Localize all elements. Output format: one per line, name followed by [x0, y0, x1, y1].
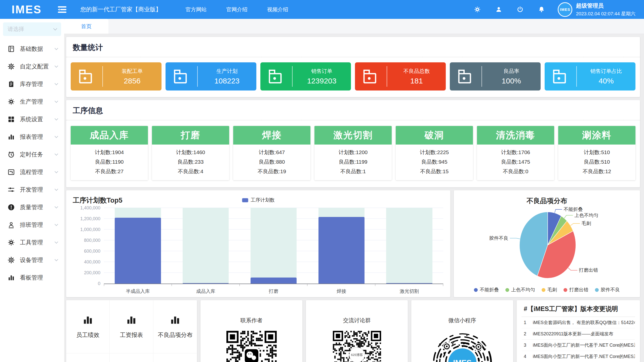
nav-site-intro[interactable]: 官网介绍: [226, 6, 248, 13]
sidebar-item-board[interactable]: 看板管理: [0, 269, 64, 286]
y-axis-label: 1,000,000: [80, 227, 100, 232]
folder-icon: [450, 67, 481, 86]
user-role: 超级管理员: [576, 2, 635, 10]
flow-icon: [8, 168, 15, 176]
chevron-down-icon: [55, 258, 58, 261]
stat-card-sales-order-ratio[interactable]: 销售订单占比 40%: [545, 62, 635, 90]
sidebar-item-equipment[interactable]: 设备管理: [0, 251, 64, 269]
x-axis-label: 激光切割: [375, 288, 443, 295]
y-axis-label: 600,000: [84, 249, 100, 254]
bell-icon[interactable]: [538, 6, 545, 13]
process-plan: 计划数:1706: [477, 148, 554, 157]
bar-2: [251, 278, 297, 284]
sidebar-item-inventory[interactable]: 库存管理: [0, 75, 64, 93]
pie-legend: 不能折叠 上色不均匀 毛刺 打磨出错 胶件不良: [454, 287, 640, 293]
process-plan: 计划数:2225: [396, 148, 473, 157]
y-axis-label: 1,400,000: [80, 205, 100, 211]
chevron-down-icon: [55, 205, 58, 208]
process-plan: 计划数:1200: [314, 148, 392, 157]
sidebar-item-flow[interactable]: 流程管理: [0, 163, 64, 181]
report-tile-salary-report[interactable]: 工资报表: [110, 300, 153, 353]
stat-card-assembly-order[interactable]: 装配工单 2856: [71, 62, 162, 90]
sidebar-item-production[interactable]: 生产管理: [0, 93, 64, 110]
chevron-down-icon: [55, 222, 58, 226]
sidebar-item-quality[interactable]: 质量管理: [0, 198, 64, 216]
version-panel: #【iMES工厂管家】版本变更说明 1 iMES全套源码出售， 有意的联系QQ/…: [517, 300, 640, 362]
pie-legend-item-2[interactable]: 毛刺: [542, 287, 557, 293]
sidebar-item-base-data[interactable]: 基础数据: [0, 40, 64, 58]
power-icon[interactable]: [517, 6, 524, 13]
stat-card-yield-rate[interactable]: 良品率 100%: [450, 62, 541, 90]
alert-circle-icon: [8, 204, 15, 211]
bar-chart-icon: [170, 314, 181, 327]
pie-label: 上色不均匀: [574, 213, 598, 218]
process-card-4: 破洞 计划数:2225 良品数:945 不良品数:15: [396, 126, 473, 180]
pie-legend-item-4[interactable]: 胶件不良: [595, 287, 620, 293]
sidebar-item-tool[interactable]: 工具管理: [0, 234, 64, 251]
sidebar-item-report[interactable]: 报表管理: [0, 128, 64, 146]
process-name: 成品入库: [71, 126, 148, 145]
folder-icon: [355, 67, 387, 86]
pie-chart: 不能折叠上色不均匀毛刺打磨出错胶件不良: [454, 190, 640, 297]
nav-official-site[interactable]: 官方网站: [186, 6, 207, 13]
process-good: 良品数:1199: [314, 157, 392, 167]
header-right: IMES 超级管理员 2023.02.04 02:07:44 星期六: [467, 2, 635, 17]
report-tile-employee-performance[interactable]: 员工绩效: [66, 300, 110, 353]
qr-group-title: 交流讨论群: [306, 317, 408, 324]
bar-chart-icon: [126, 314, 137, 327]
hover-band: [386, 208, 432, 284]
sidebar-item-dev[interactable]: 开发管理: [0, 181, 64, 198]
process-good: 良品数:880: [233, 157, 310, 167]
stat-card-defect-total[interactable]: 不良品总数 181: [355, 62, 446, 90]
pie-legend-item-3[interactable]: 打磨出错: [564, 287, 588, 293]
sidebar-select[interactable]: 请选择: [3, 22, 61, 36]
pie-label: 打磨出错: [579, 267, 598, 273]
sidebar-item-system[interactable]: 系统设置: [0, 110, 64, 128]
user-icon[interactable]: [495, 6, 502, 13]
qr-card-contact: 联系作者 扫一扫上面的二维码图案，加我为朋友。: [200, 300, 302, 362]
bar-chart-legend[interactable]: 工序计划数: [242, 197, 275, 203]
sidebar-item-timed-task[interactable]: 定时任务: [0, 146, 64, 163]
process-name: 破洞: [396, 126, 473, 145]
sidebar-item-custom-config[interactable]: 自定义配置: [0, 58, 64, 75]
stat-card-production-plan[interactable]: 生产计划 108223: [166, 62, 256, 90]
report-tile-production-report[interactable]: 生产报表: [110, 353, 153, 362]
folder-icon: [71, 67, 102, 86]
bar-chart-icon: [8, 133, 15, 141]
report-tile-defect-summary[interactable]: 不良品项汇总: [66, 353, 110, 362]
stat-value: 181: [387, 77, 446, 85]
sidebar-item-shift[interactable]: 排班管理: [0, 216, 64, 234]
process-bad: 不良品数:12: [558, 167, 635, 176]
process-card-3: 激光切割 计划数:1200 良品数:1199 不良品数:1: [314, 126, 392, 180]
stat-label: 销售订单占比: [577, 68, 635, 75]
process-plan: 计划数:510: [558, 148, 635, 157]
qr-contact-title: 联系作者: [200, 317, 302, 324]
pie-legend-item-1[interactable]: 上色不均匀: [505, 287, 535, 293]
bar-x-labels: 半成品入库成品入库打磨焊接激光切割: [104, 288, 443, 295]
tab-home[interactable]: 首页: [64, 19, 108, 34]
book-icon: [8, 45, 15, 53]
chevron-down-icon: [55, 64, 58, 68]
bar-4: [386, 283, 432, 284]
grid-icon: [8, 116, 15, 123]
pie-legend-item-0[interactable]: 不能折叠: [474, 287, 499, 293]
version-row: 3 iMES面向小型工厂的新一代基于.NET Core的MES系统__移动端: [522, 340, 635, 351]
sliders-icon: [8, 186, 15, 193]
gear-outline-icon: [8, 63, 15, 70]
stat-card-sales-order[interactable]: 销售订单 1239203: [260, 62, 351, 90]
process-card-2: 焊接 计划数:647 良品数:880 不良品数:19: [233, 126, 310, 180]
pie-chart-card: 不良品项分布 不能折叠上色不均匀毛刺打磨出错胶件不良 不能折叠 上色不均匀 毛刺…: [454, 190, 640, 297]
nav-video-intro[interactable]: 视频介绍: [267, 6, 288, 13]
report-tile-output-statistics[interactable]: 产量统计: [153, 353, 197, 362]
folder-icon: [545, 67, 576, 86]
settings-icon[interactable]: [474, 6, 481, 13]
process-plan: 计划数:1460: [152, 148, 229, 157]
legend-dot: [564, 288, 567, 292]
menu-toggle-icon[interactable]: [58, 6, 66, 13]
axis-tick: [172, 284, 172, 286]
avatar[interactable]: IMES: [558, 2, 572, 17]
process-name: 打磨: [152, 126, 229, 145]
process-plan: 计划数:1904: [71, 148, 148, 157]
bar-chart-title: 工序计划数Top5: [73, 196, 123, 205]
report-tile-defect-distribution[interactable]: 不良品项分布: [153, 300, 197, 353]
